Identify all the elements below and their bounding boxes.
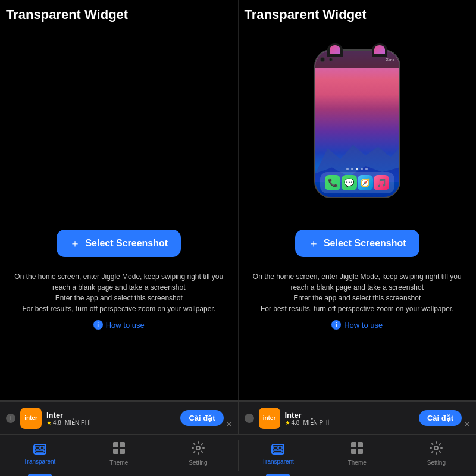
left-transparent-icon bbox=[33, 442, 47, 456]
left-theme-label: Theme bbox=[109, 459, 128, 466]
left-ad-close-icon[interactable]: ✕ bbox=[226, 420, 232, 428]
svg-rect-3 bbox=[36, 450, 44, 452]
svg-point-17 bbox=[434, 446, 438, 450]
left-select-screenshot-button[interactable]: ＋ Select Screenshot bbox=[57, 230, 181, 257]
right-ad-details: Inter ★ 4.8 MIỄN PHÍ bbox=[285, 411, 414, 426]
right-theme-icon bbox=[350, 441, 364, 458]
dock-safari-icon: 🧭 bbox=[358, 175, 373, 190]
right-info-icon: i bbox=[331, 320, 341, 330]
left-how-to-use-label: How to use bbox=[106, 321, 145, 330]
left-setting-icon bbox=[191, 441, 205, 458]
svg-rect-2 bbox=[40, 446, 44, 449]
right-panel: Transparent Widget Xong bbox=[239, 0, 477, 400]
camera-dot-1 bbox=[320, 57, 325, 62]
left-phone-preview bbox=[6, 29, 232, 219]
left-tab-group: Transparent Theme Setting bbox=[0, 435, 238, 476]
right-plus-icon: ＋ bbox=[308, 238, 319, 249]
right-ad-rating: ★ 4.8 MIỄN PHÍ bbox=[285, 419, 414, 426]
tab-bar: Transparent Theme Setting bbox=[0, 434, 476, 476]
right-ad-info-button[interactable]: i bbox=[245, 414, 254, 423]
left-ad-info-button[interactable]: i bbox=[6, 414, 15, 423]
left-info-icon: i bbox=[93, 320, 103, 330]
notch-right: Xong bbox=[386, 58, 394, 61]
left-star-icon: ★ bbox=[46, 419, 52, 426]
phone-mockup: Xong 📞 💬 bbox=[314, 49, 400, 198]
svg-rect-14 bbox=[358, 442, 363, 447]
svg-point-8 bbox=[196, 446, 200, 450]
right-select-screenshot-label: Select Screenshot bbox=[324, 238, 406, 249]
right-ad-icon-text: inter bbox=[263, 415, 276, 421]
left-transparent-label: Transparent bbox=[24, 458, 56, 465]
right-phone-preview: Xong 📞 💬 bbox=[245, 29, 471, 219]
page-dots bbox=[315, 168, 399, 170]
dock-messages-icon: 💬 bbox=[342, 175, 357, 190]
right-ad-banner: i inter Inter ★ 4.8 MIỄN PHÍ Cài đặt ✕ bbox=[239, 401, 477, 434]
right-theme-label: Theme bbox=[348, 459, 367, 466]
svg-rect-5 bbox=[120, 442, 125, 447]
right-setting-label: Setting bbox=[427, 459, 446, 466]
left-ad-app-name: Inter bbox=[46, 411, 176, 419]
left-ad-banner: i inter Inter ★ 4.8 MIỄN PHÍ Cài đặt ✕ bbox=[0, 401, 239, 434]
camera-dot-2 bbox=[329, 58, 333, 61]
right-install-button[interactable]: Cài đặt bbox=[419, 410, 462, 426]
right-instruction-text: On the home screen, enter Jiggle Mode, k… bbox=[245, 271, 471, 314]
right-tab-theme[interactable]: Theme bbox=[318, 435, 397, 476]
page-dot-2 bbox=[351, 168, 353, 170]
right-transparent-icon bbox=[271, 442, 285, 456]
left-ad-icon-text: inter bbox=[24, 415, 37, 421]
right-select-screenshot-button[interactable]: ＋ Select Screenshot bbox=[295, 230, 419, 257]
page-dot-1 bbox=[346, 168, 349, 170]
svg-rect-4 bbox=[113, 442, 118, 447]
svg-rect-15 bbox=[351, 449, 356, 454]
svg-rect-12 bbox=[274, 450, 282, 452]
left-instruction-text: On the home screen, enter Jiggle Mode, k… bbox=[6, 271, 232, 314]
right-tab-setting[interactable]: Setting bbox=[397, 435, 476, 476]
phone-dock: 📞 💬 🧭 🎵 bbox=[320, 172, 394, 193]
right-rating-value: 4.8 bbox=[292, 419, 300, 426]
phone-body: Xong 📞 💬 bbox=[314, 49, 400, 198]
svg-rect-16 bbox=[358, 449, 363, 454]
left-tab-transparent[interactable]: Transparent bbox=[0, 435, 79, 476]
dock-phone-icon: 📞 bbox=[325, 175, 340, 190]
right-tab-group: Transparent Theme Setting bbox=[239, 435, 477, 476]
right-ad-app-icon: inter bbox=[259, 408, 280, 429]
dock-music-icon: 🎵 bbox=[374, 175, 389, 190]
right-ad-close-icon[interactable]: ✕ bbox=[464, 420, 470, 428]
left-panel: Transparent Widget ＋ Select Screenshot O… bbox=[0, 0, 239, 400]
bear-ear-right bbox=[372, 43, 387, 57]
left-ad-rating: ★ 4.8 MIỄN PHÍ bbox=[46, 419, 176, 426]
right-free-label: MIỄN PHÍ bbox=[303, 419, 329, 426]
bear-ear-left bbox=[327, 43, 343, 57]
svg-rect-13 bbox=[351, 442, 356, 447]
svg-rect-1 bbox=[36, 446, 39, 449]
right-setting-icon bbox=[429, 441, 443, 458]
left-tab-setting[interactable]: Setting bbox=[158, 435, 237, 476]
svg-rect-6 bbox=[113, 449, 118, 454]
page-dot-4 bbox=[361, 168, 363, 170]
right-how-to-use-label: How to use bbox=[344, 321, 383, 330]
page-dot-3 bbox=[356, 168, 358, 170]
right-ad-app-name: Inter bbox=[285, 411, 414, 419]
left-ad-details: Inter ★ 4.8 MIỄN PHÍ bbox=[46, 411, 176, 426]
left-tab-theme[interactable]: Theme bbox=[79, 435, 158, 476]
left-how-to-use-link[interactable]: i How to use bbox=[6, 320, 232, 330]
left-theme-icon bbox=[112, 441, 126, 458]
right-star-icon: ★ bbox=[285, 419, 290, 426]
left-rating-value: 4.8 bbox=[53, 419, 61, 426]
left-plus-icon: ＋ bbox=[70, 238, 80, 249]
left-panel-title: Transparent Widget bbox=[6, 7, 232, 23]
right-how-to-use-link[interactable]: i How to use bbox=[245, 320, 471, 330]
left-setting-label: Setting bbox=[189, 459, 207, 466]
svg-rect-7 bbox=[120, 449, 125, 454]
right-transparent-label: Transparent bbox=[262, 458, 294, 465]
left-free-label: MIỄN PHÍ bbox=[65, 419, 91, 426]
svg-rect-11 bbox=[278, 446, 282, 449]
svg-rect-10 bbox=[274, 446, 277, 449]
page-dot-5 bbox=[365, 168, 368, 170]
left-ad-app-icon: inter bbox=[20, 408, 42, 429]
left-install-button[interactable]: Cài đặt bbox=[180, 410, 223, 426]
right-tab-transparent[interactable]: Transparent bbox=[239, 435, 318, 476]
left-select-screenshot-label: Select Screenshot bbox=[85, 238, 168, 249]
right-panel-title: Transparent Widget bbox=[245, 7, 471, 23]
